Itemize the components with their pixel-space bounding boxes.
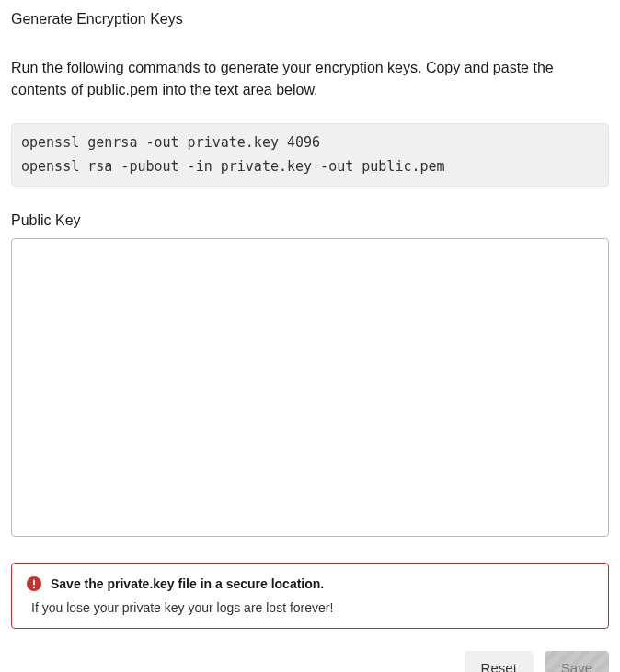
svg-point-2 [33, 587, 35, 588]
alert-body: If you lose your private key your logs a… [27, 600, 593, 615]
description-text: Run the following commands to generate y… [11, 57, 609, 101]
warning-alert: Save the private.key file in a secure lo… [11, 563, 609, 629]
public-key-label: Public Key [11, 212, 609, 229]
save-button: Save [545, 651, 609, 672]
alert-title: Save the private.key file in a secure lo… [51, 576, 324, 591]
public-key-input[interactable] [11, 238, 609, 537]
alert-header: Save the private.key file in a secure lo… [27, 576, 593, 591]
command-code-block: openssl genrsa -out private.key 4096 ope… [11, 123, 609, 187]
page-title: Generate Encryption Keys [11, 11, 609, 28]
reset-button[interactable]: Reset [465, 651, 534, 672]
warning-icon [27, 576, 41, 591]
svg-rect-1 [33, 580, 35, 586]
button-row: Reset Save [11, 651, 609, 672]
